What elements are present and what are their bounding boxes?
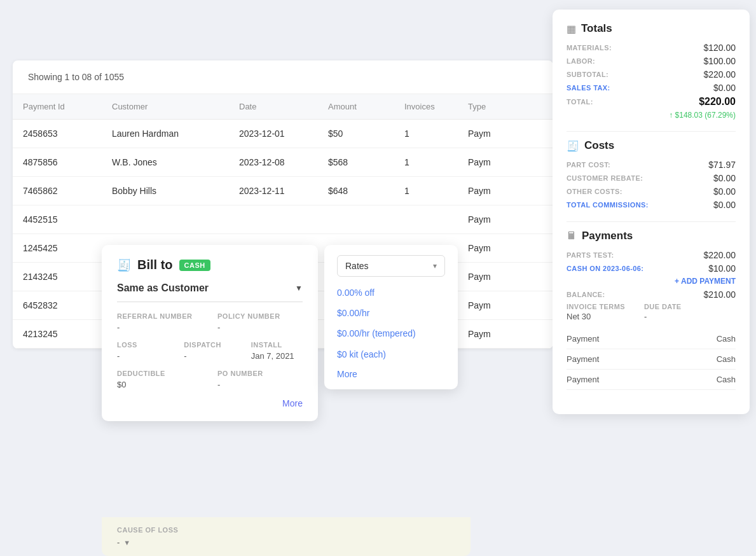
payment-rows-list: Payment Cash Payment Cash Payment Cash <box>567 329 736 390</box>
cause-of-loss-dropdown[interactable]: - ▼ <box>117 538 455 547</box>
part-cost-row: PART COST: $71.97 <box>567 160 736 170</box>
totals-title: Totals <box>581 22 612 35</box>
cell-invoices: 1 <box>394 148 458 176</box>
po-value: - <box>217 380 303 389</box>
costs-section: 🧾 Costs PART COST: $71.97 CUSTOMER REBAT… <box>567 139 736 210</box>
right-panel: ▦ Totals MATERIALS: $120.00 LABOR: $100.… <box>553 10 750 414</box>
cell-date: 2023-12-11 <box>229 177 318 205</box>
po-field: PO NUMBER - <box>217 370 303 389</box>
labor-label: LABOR: <box>567 57 595 65</box>
showing-count: Showing 1 to 08 of 1055 <box>13 60 553 94</box>
cell-amount: $648 <box>318 177 394 205</box>
cell-date: 2023-12-01 <box>229 120 318 148</box>
add-payment-link[interactable]: + ADD PAYMENT <box>567 277 736 286</box>
invoice-terms-value: Net 30 <box>567 312 625 321</box>
col-payment-id: Payment Id <box>13 94 102 119</box>
table-row[interactable]: 4875856 W.B. Jones 2023-12-08 $568 1 Pay… <box>13 148 553 177</box>
costs-title: Costs <box>584 139 614 152</box>
dispatch-field: DISPATCH - <box>184 341 235 361</box>
cell-date <box>229 205 318 233</box>
rates-chevron-down-icon: ▾ <box>433 261 437 270</box>
cell-customer: Lauren Hardman <box>102 120 229 148</box>
rates-more-link[interactable]: More <box>337 369 445 379</box>
cell-amount: $50 <box>318 120 394 148</box>
cause-chevron-down-icon: ▼ <box>123 539 130 546</box>
costs-header: 🧾 Costs <box>567 139 736 152</box>
due-date-value: - <box>644 312 682 321</box>
payments-header: 🖩 Payments <box>567 230 736 242</box>
cell-amount <box>318 205 394 233</box>
payment-type: Payment <box>567 375 599 384</box>
balance-label: BALANCE: <box>567 291 605 298</box>
cell-id: 4452515 <box>13 205 102 233</box>
total-label: TOTAL: <box>567 98 593 106</box>
rate-item[interactable]: $0 kit (each) <box>337 349 445 360</box>
cause-of-loss-value: - <box>117 538 120 547</box>
bill-to-more-link[interactable]: More <box>117 398 303 408</box>
rates-card: Rates ▾ 0.00% off$0.00/hr$0.00/hr (tempe… <box>324 245 458 389</box>
subtotal-label: SUBTOTAL: <box>567 71 608 78</box>
table-row[interactable]: 7465862 Bobby Hills 2023-12-11 $648 1 Pa… <box>13 177 553 205</box>
bill-to-card: 🧾 Bill to CASH Same as Customer ▼ REFERR… <box>102 245 318 421</box>
payments-title: Payments <box>582 230 633 242</box>
cell-id: 7465862 <box>13 177 102 205</box>
balance-value: $210.00 <box>703 289 736 300</box>
col-invoices: Invoices <box>394 94 458 119</box>
cell-type: Paym <box>458 205 534 233</box>
deductible-label: DEDUCTIBLE <box>117 370 202 377</box>
same-as-customer-dropdown[interactable]: Same as Customer ▼ <box>117 282 303 302</box>
cell-type: Paym <box>458 320 534 348</box>
table-row[interactable]: 2458653 Lauren Hardman 2023-12-01 $50 1 … <box>13 120 553 148</box>
cell-customer: Bobby Hills <box>102 177 229 205</box>
same-as-customer-text: Same as Customer <box>117 282 209 294</box>
policy-value: - <box>217 323 303 332</box>
cell-type: Paym <box>458 263 534 291</box>
other-costs-label: OTHER COSTS: <box>567 188 622 195</box>
cell-type: Paym <box>458 177 534 205</box>
cash-label: CASH ON 2023-06-06: <box>567 265 643 272</box>
cell-id: 4213245 <box>13 320 102 348</box>
divider-1 <box>567 131 736 132</box>
rates-dropdown-text: Rates <box>345 261 369 271</box>
customer-rebate-row: CUSTOMER REBATE: $0.00 <box>567 173 736 183</box>
rates-dropdown[interactable]: Rates ▾ <box>337 255 445 277</box>
payment-row: Payment Cash <box>567 329 736 349</box>
due-date-group: DUE DATE - <box>644 303 682 321</box>
col-type: Type <box>458 94 534 119</box>
balance-row: BALANCE: $210.00 <box>567 289 736 300</box>
table-row[interactable]: 4452515 Paym <box>13 205 553 234</box>
rate-item[interactable]: $0.00/hr (tempered) <box>337 328 445 339</box>
totals-icon: ▦ <box>567 23 576 35</box>
terms-row: INVOICE TERMS Net 30 DUE DATE - <box>567 303 736 321</box>
col-date: Date <box>229 94 318 119</box>
cell-id: 2143245 <box>13 263 102 291</box>
deductible-value: $0 <box>117 380 202 389</box>
table-header: Payment Id Customer Date Amount Invoices… <box>13 94 553 120</box>
labor-value: $100.00 <box>703 56 736 66</box>
divider-2 <box>567 221 736 222</box>
cash-row: CASH ON 2023-06-06: $10.00 <box>567 263 736 274</box>
total-commissions-row: TOTAL COMMISSIONS: $0.00 <box>567 200 736 210</box>
part-cost-value: $71.97 <box>708 160 736 170</box>
rate-item[interactable]: $0.00/hr <box>337 307 445 319</box>
bill-to-header: 🧾 Bill to CASH <box>117 258 303 272</box>
cell-type: Paym <box>458 234 534 262</box>
referral-value: - <box>117 323 202 332</box>
materials-row: MATERIALS: $120.00 <box>567 43 736 53</box>
labor-row: LABOR: $100.00 <box>567 56 736 66</box>
install-value: Jan 7, 2021 <box>251 351 303 361</box>
cell-invoices: 1 <box>394 120 458 148</box>
dispatch-value: - <box>184 351 235 361</box>
rate-item[interactable]: 0.00% off <box>337 287 445 298</box>
invoice-terms-label: INVOICE TERMS <box>567 303 625 310</box>
po-label: PO NUMBER <box>217 370 303 377</box>
deductible-po-row: DEDUCTIBLE $0 PO NUMBER - <box>117 370 303 389</box>
payments-icon: 🖩 <box>567 230 577 242</box>
totals-section: ▦ Totals MATERIALS: $120.00 LABOR: $100.… <box>567 22 736 120</box>
subtotal-value: $220.00 <box>703 69 736 80</box>
cause-of-loss-label: CAUSE OF LOSS <box>117 526 455 534</box>
loss-label: LOSS <box>117 341 168 349</box>
install-field: INSTALL Jan 7, 2021 <box>251 341 303 361</box>
cell-customer <box>102 205 229 233</box>
bill-to-title: Bill to <box>137 258 173 272</box>
